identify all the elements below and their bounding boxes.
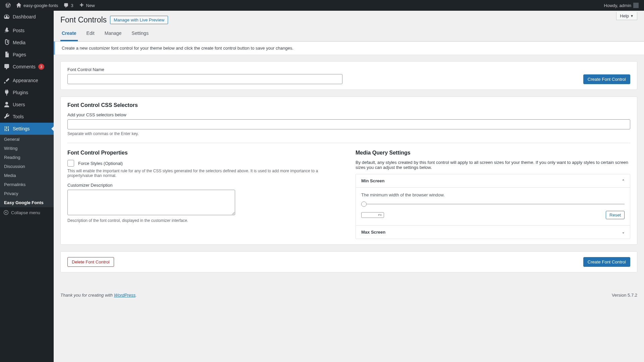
min-screen-header[interactable]: Min Screen ⌃ [356, 174, 630, 188]
chevron-up-icon: ⌃ [622, 179, 625, 183]
main-content: Help▼ Font Controls Manage with Live Pre… [54, 11, 644, 362]
comments-count: 3 [71, 3, 73, 8]
menu-plugins[interactable]: Plugins [0, 86, 54, 99]
info-notice: Create a new customizer font control for… [54, 42, 644, 55]
customizer-desc-textarea[interactable] [67, 190, 235, 215]
max-screen-header[interactable]: Max Screen ⌄ [356, 226, 630, 239]
submenu-writing[interactable]: Writing [0, 144, 54, 153]
css-selectors-hint: Separate with commas or the Enter key. [67, 131, 630, 136]
brush-icon [3, 77, 10, 84]
tab-edit[interactable]: Edit [85, 27, 96, 41]
footer-thanks: Thank you for creating with WordPress. [60, 293, 137, 298]
min-screen-reset-button[interactable]: Reset [606, 211, 625, 219]
collapse-menu[interactable]: Collapse menu [0, 207, 54, 218]
comments-link[interactable]: 3 [61, 0, 76, 11]
min-screen-desc: The minimum width of the browser window. [361, 192, 625, 197]
dashboard-icon [3, 13, 10, 20]
page-icon [3, 51, 10, 58]
plus-icon [79, 3, 84, 8]
tab-settings[interactable]: Settings [130, 27, 150, 41]
force-styles-desc: This will enable the important rule for … [67, 169, 342, 178]
menu-dashboard[interactable]: Dashboard [0, 11, 54, 23]
home-icon [16, 3, 21, 8]
new-link[interactable]: New [76, 0, 98, 11]
css-selectors-label: Add your CSS selectors below [67, 112, 630, 117]
submenu-easy-google-fonts[interactable]: Easy Google Fonts [0, 198, 54, 207]
tab-manage[interactable]: Manage [103, 27, 123, 41]
comment-icon [3, 63, 10, 70]
settings-submenu: General Writing Reading Discussion Media… [0, 135, 54, 207]
slider-thumb[interactable] [361, 201, 367, 207]
delete-font-control-button[interactable]: Delete Font Control [67, 257, 114, 267]
pin-icon [3, 27, 10, 34]
wordpress-icon [5, 3, 11, 8]
chevron-down-icon: ⌄ [622, 230, 625, 234]
page-title: Font Controls [60, 15, 107, 24]
plugin-icon [3, 89, 10, 96]
menu-comments[interactable]: Comments3 [0, 61, 54, 73]
menu-posts[interactable]: Posts [0, 24, 54, 37]
create-font-control-button-top[interactable]: Create Font Control [583, 74, 630, 84]
font-control-name-input[interactable] [67, 74, 342, 84]
menu-settings[interactable]: Settings [0, 123, 54, 135]
css-selectors-input[interactable] [67, 119, 630, 129]
admin-sidebar: Dashboard Posts Media Pages Comments3 Ap… [0, 11, 54, 362]
comment-icon [63, 3, 69, 8]
site-link[interactable]: easy-google-fonts [13, 0, 61, 11]
customizer-desc-label: Customizer Description [67, 183, 342, 188]
menu-users[interactable]: Users [0, 99, 54, 111]
admin-bar: easy-google-fonts 3 New Howdy, admin [0, 0, 644, 11]
wp-logo[interactable] [3, 0, 13, 11]
manage-live-preview-button[interactable]: Manage with Live Preview [110, 16, 168, 24]
font-control-name-label: Font Control Name [67, 67, 577, 72]
tabs-nav: Create Edit Manage Settings [54, 27, 644, 42]
wrench-icon [3, 113, 10, 120]
create-font-control-button-bottom[interactable]: Create Font Control [583, 257, 630, 267]
comments-badge: 3 [38, 64, 44, 70]
submenu-privacy[interactable]: Privacy [0, 189, 54, 198]
menu-appearance[interactable]: Appearance [0, 74, 54, 86]
submenu-permalinks[interactable]: Permalinks [0, 180, 54, 189]
force-styles-checkbox[interactable] [67, 160, 74, 167]
user-icon [3, 101, 10, 108]
media-query-title: Media Query Settings [356, 150, 630, 156]
account-link[interactable]: Howdy, admin [601, 0, 641, 11]
min-screen-value-input[interactable]: PX [361, 212, 384, 218]
collapse-icon [3, 210, 9, 215]
submenu-reading[interactable]: Reading [0, 153, 54, 162]
submenu-discussion[interactable]: Discussion [0, 162, 54, 171]
css-selectors-title: Font Control CSS Selectors [67, 102, 630, 108]
avatar [633, 3, 639, 8]
properties-title: Font Control Properties [67, 150, 342, 156]
wordpress-link[interactable]: WordPress [114, 293, 136, 298]
media-query-desc: By default, any styles created by this f… [356, 160, 630, 170]
menu-tools[interactable]: Tools [0, 111, 54, 123]
submenu-general[interactable]: General [0, 135, 54, 144]
menu-pages[interactable]: Pages [0, 49, 54, 61]
tab-create[interactable]: Create [60, 27, 78, 41]
help-tab[interactable]: Help▼ [616, 12, 637, 20]
howdy-text: Howdy, admin [604, 3, 631, 8]
min-screen-slider[interactable] [361, 203, 625, 205]
new-label: New [86, 3, 95, 8]
media-icon [3, 39, 10, 46]
force-styles-label: Force Styles (Optional) [78, 161, 123, 166]
footer-version: Version 5.7.2 [612, 293, 637, 298]
menu-media[interactable]: Media [0, 37, 54, 49]
customizer-desc-hint: Description of the font control, display… [67, 218, 342, 223]
sliders-icon [3, 125, 10, 132]
submenu-media[interactable]: Media [0, 171, 54, 180]
site-name-text: easy-google-fonts [23, 3, 58, 8]
chevron-down-icon: ▼ [630, 14, 634, 18]
